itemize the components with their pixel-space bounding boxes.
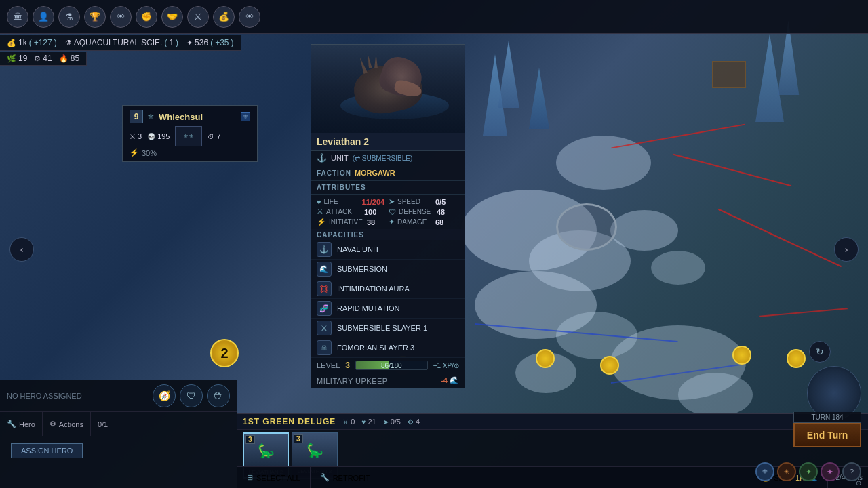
rapid-mutation-icon: 🧬 <box>317 301 332 316</box>
no-hero-label: NO HERO ASSIGNED <box>7 392 82 400</box>
retrofit-icon: 🔧 <box>320 473 330 482</box>
submersion-icon: 🌊 <box>317 262 332 277</box>
industry-resource: ⚙ 41 <box>34 54 52 63</box>
attack-attribute: ⚔ ATTACK 100 <box>317 207 387 216</box>
capacity-intimidation-aura[interactable]: 💢 INTIMIDATION AURA <box>311 279 465 299</box>
life-attribute: ♥ LIFE 11/204 <box>317 197 387 206</box>
secondary-resources-bar: 🌿 19 ⚙ 41 🔥 85 <box>0 52 87 66</box>
rapid-mutation-label: RAPID MUTATION <box>337 304 399 312</box>
hero-flag-icon: ⚜ <box>241 112 250 121</box>
unit-type-row: ⚓ UNIT (⇄ SUBMERSIBLE) <box>311 151 465 165</box>
army-speed-stat: ➤ 0/5 <box>383 418 401 426</box>
assign-hero-section: ASSIGN HERO <box>0 436 237 465</box>
unit-title-bar: Leviathan 2 <box>311 133 465 151</box>
hero-level: 9 <box>130 110 143 123</box>
upkeep-row: MILITARY UPKEEP -4 🌊 <box>311 373 465 388</box>
xp-bar: 86/180 <box>355 361 428 370</box>
damage-attribute: ✦ DAMAGE 68 <box>389 218 459 226</box>
initiative-attribute: ⚡ INITIATIVE 38 <box>317 218 387 226</box>
unit-type-text: UNIT <box>331 154 349 162</box>
army-movement-stat: ⚔ 0 <box>342 418 355 426</box>
unit-attributes-section: ATTRIBUTES <box>311 181 465 195</box>
retrofit-button[interactable]: 🔧 RETROFIT <box>311 467 380 488</box>
hero-helmet-icon[interactable]: ⛑ <box>207 384 230 407</box>
unit-detail-panel: Leviathan 2 ⚓ UNIT (⇄ SUBMERSIBLE) FACTI… <box>311 44 465 388</box>
capacity-rapid-mutation[interactable]: 🧬 RAPID MUTATION <box>311 299 465 319</box>
select-all-button[interactable]: ⊞ SELECT ALL <box>237 467 311 488</box>
view-nav-icon[interactable]: 👁 <box>239 6 260 28</box>
player-icon-3[interactable]: ✦ <box>799 462 818 481</box>
religion-nav-icon[interactable]: ✊ <box>136 6 157 28</box>
left-panel: NO HERO ASSIGNED 🧭 🛡 ⛑ 🔧 Hero ⚙ Actions … <box>0 380 237 488</box>
diplomacy-nav-icon[interactable]: 🤝 <box>161 6 183 28</box>
gold-resource: 💰 1k ( +127 ) <box>7 38 57 47</box>
fomorian-slayer-label: FOMORIAN SLAYER 3 <box>337 344 414 352</box>
next-arrow-button[interactable]: › <box>834 237 859 262</box>
hero-clock-stat: ⏱ 7 <box>208 132 220 140</box>
unit-name: Leviathan 2 <box>317 136 369 147</box>
top-navigation-bar: 🏛 👤 ⚗ 🏆 👁 ✊ 🤝 ⚔ 💰 👁 <box>0 0 868 34</box>
spy-nav-icon[interactable]: 👁 <box>110 6 132 28</box>
turn-panel: TURN 184 End Turn <box>793 412 861 447</box>
army-life-stat: ♥ 21 <box>361 418 376 426</box>
intimidation-label: INTIMIDATION AURA <box>337 285 410 293</box>
army-header: 1ST GREEN DELUGE ⚔ 0 ♥ 21 ➤ 0/5 ⚙ 4 <box>237 414 868 430</box>
hero-action-icons: 🧭 🛡 ⛑ <box>153 384 230 407</box>
hero-sword-stat: ⚔ 3 <box>130 132 142 140</box>
map-number-badge: 2 <box>210 339 239 367</box>
capacity-submersible-slayer[interactable]: ⚔ SUBMERSIBLE SLAYER 1 <box>311 319 465 338</box>
hero-tooltip: 9 ⚜ Whiechsul ⚜ ⚔ 3 💀 195 ⚜⚜ ⏱ 7 ⚡ 30% <box>122 105 258 162</box>
unit-faction-row: FACTION MORGAWR <box>311 165 465 181</box>
capacity-naval-unit[interactable]: ⚓ NAVAL UNIT <box>311 240 465 260</box>
settings-icon[interactable]: ? <box>842 462 861 481</box>
hero-shield-icon[interactable]: 🛡 <box>180 384 203 407</box>
prev-arrow-container: ‹ <box>9 237 34 262</box>
refresh-button[interactable]: ↻ <box>809 341 831 363</box>
unit-subtype-text: (⇄ SUBMERSIBLE) <box>353 155 413 162</box>
faith-resource: ✦ 536 ( +35 ) <box>186 38 233 47</box>
player-icon-4[interactable]: ★ <box>821 462 840 481</box>
naval-unit-icon: ⚓ <box>317 242 332 257</box>
turn-number: TURN 184 <box>793 412 861 423</box>
actions-count: 0/1 <box>91 412 115 436</box>
player-icon-1[interactable]: ⚜ <box>755 462 774 481</box>
prev-arrow-button[interactable]: ‹ <box>9 237 34 262</box>
tools-action[interactable]: 🔧 Hero <box>0 412 43 436</box>
assign-hero-button[interactable]: ASSIGN HERO <box>11 443 83 458</box>
military-nav-icon[interactable]: ⚔ <box>187 6 209 28</box>
next-arrow-container: › <box>834 237 859 262</box>
population-nav-icon[interactable]: 👤 <box>33 6 54 28</box>
actions-action[interactable]: ⚙ Actions <box>43 412 91 436</box>
unit-portrait <box>311 45 465 133</box>
end-turn-button[interactable]: End Turn <box>793 423 861 447</box>
hero-section: NO HERO ASSIGNED 🧭 🛡 ⛑ <box>0 380 237 412</box>
city-nav-icon[interactable]: 🏛 <box>7 6 28 28</box>
submersion-label: SUBMERSION <box>337 265 387 273</box>
speed-attribute: ➤ SPEED 0/5 <box>389 197 459 206</box>
tech-nav-icon[interactable]: ⚗ <box>58 6 80 28</box>
treasury-nav-icon[interactable]: 💰 <box>213 6 235 28</box>
hero-faction-icon: ⚜ <box>147 112 155 121</box>
unit-type-icon: ⚓ <box>317 153 327 163</box>
army-upkeep-stat: ⚙ 4 <box>408 418 420 426</box>
resources-bar: 💰 1k ( +127 ) ⚗ AQUACULTURAL SCIE. ( 1 )… <box>0 35 241 51</box>
unit-attributes-grid: ♥ LIFE 11/204 ➤ SPEED 0/5 ⚔ ATTACK 100 🛡… <box>311 195 465 229</box>
naval-unit-label: NAVAL UNIT <box>337 245 380 253</box>
bottom-left-actions: 🔧 Hero ⚙ Actions 0/1 <box>0 412 237 436</box>
army-name: 1ST GREEN DELUGE <box>243 417 336 426</box>
player-icons: ⚜ ☀ ✦ ★ ? <box>755 462 861 481</box>
hero-compass-icon[interactable]: 🧭 <box>153 384 176 407</box>
food-resource: 🌿 19 <box>7 54 27 63</box>
intimidation-icon: 💢 <box>317 281 332 296</box>
wonder-nav-icon[interactable]: 🏆 <box>84 6 106 28</box>
hero-xp-row: ⚡ 30% <box>130 148 250 157</box>
submersible-slayer-icon: ⚔ <box>317 321 332 336</box>
player-icon-2[interactable]: ☀ <box>777 462 796 481</box>
select-all-icon: ⊞ <box>247 473 253 482</box>
hero-name: Whiechsul <box>159 112 203 122</box>
hero-avatar-icons: ⚜⚜ <box>175 126 202 146</box>
fomorian-slayer-icon: ☠ <box>317 340 332 355</box>
capacity-fomorian-slayer[interactable]: ☠ FOMORIAN SLAYER 3 <box>311 338 465 358</box>
capacity-submersion[interactable]: 🌊 SUBMERSION <box>311 260 465 279</box>
capacities-label: CAPACITIES <box>311 229 465 240</box>
